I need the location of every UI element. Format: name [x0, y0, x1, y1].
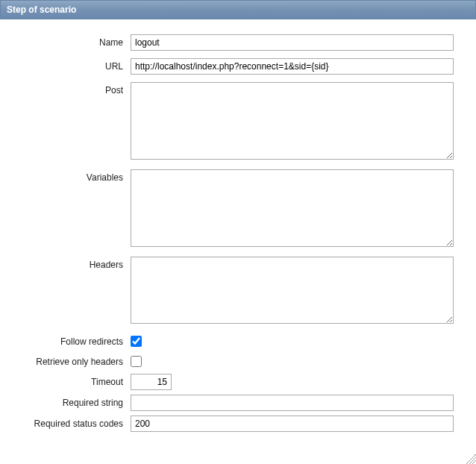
row-timeout: Timeout [7, 374, 454, 390]
label-url: URL [7, 58, 131, 72]
field-required-status-codes-wrap [131, 416, 454, 432]
label-follow-redirects: Follow redirects [7, 333, 131, 347]
row-required-string: Required string [7, 395, 454, 411]
label-required-status-codes: Required status codes [7, 416, 131, 429]
label-retrieve-only-headers: Retrieve only headers [7, 354, 131, 367]
retrieve-only-headers-checkbox[interactable] [131, 356, 142, 367]
field-url-wrap [131, 58, 454, 75]
row-variables: Variables [7, 169, 454, 249]
field-timeout-wrap [131, 374, 454, 390]
row-post: Post [7, 82, 454, 162]
label-name: Name [7, 34, 131, 48]
resize-handle-icon[interactable] [466, 454, 476, 464]
field-post-wrap [131, 82, 454, 162]
row-name: Name [7, 34, 454, 51]
url-input[interactable] [131, 58, 454, 75]
field-follow-redirects-wrap [131, 333, 454, 349]
dialog-title: Step of scenario [7, 4, 76, 15]
name-input[interactable] [131, 34, 454, 51]
row-retrieve-only-headers: Retrieve only headers [7, 354, 454, 369]
label-variables: Variables [7, 169, 131, 183]
row-url: URL [7, 58, 454, 75]
field-headers-wrap [131, 257, 454, 326]
variables-textarea[interactable] [131, 169, 454, 247]
row-headers: Headers [7, 257, 454, 326]
timeout-input[interactable] [131, 374, 172, 390]
field-name-wrap [131, 34, 454, 51]
required-status-codes-input[interactable] [131, 416, 454, 432]
row-follow-redirects: Follow redirects [7, 333, 454, 349]
required-string-input[interactable] [131, 395, 454, 411]
label-post: Post [7, 82, 131, 95]
headers-textarea[interactable] [131, 257, 454, 324]
post-textarea[interactable] [131, 82, 454, 160]
field-retrieve-only-headers-wrap [131, 354, 454, 369]
dialog-header: Step of scenario [0, 0, 476, 19]
field-variables-wrap [131, 169, 454, 249]
follow-redirects-checkbox[interactable] [131, 336, 142, 347]
form-container: Name URL Post Variables Headers Follow r… [0, 19, 476, 444]
field-required-string-wrap [131, 395, 454, 411]
label-timeout: Timeout [7, 374, 131, 387]
row-required-status-codes: Required status codes [7, 416, 454, 432]
label-headers: Headers [7, 257, 131, 270]
label-required-string: Required string [7, 395, 131, 408]
